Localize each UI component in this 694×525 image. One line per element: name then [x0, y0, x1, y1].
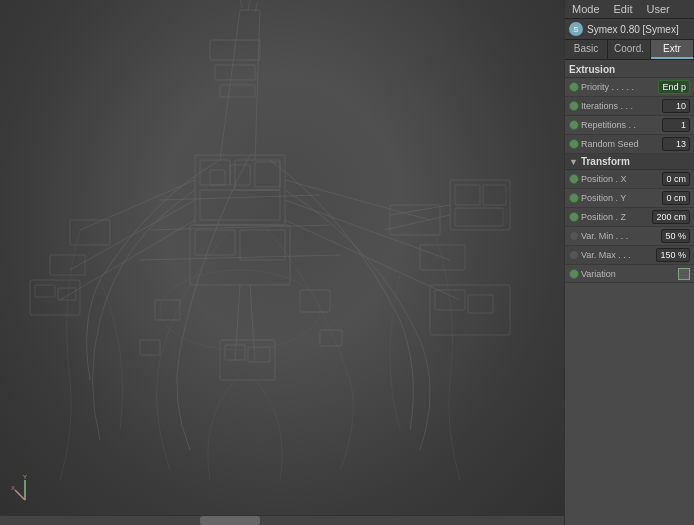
wireframe-overlay	[0, 0, 564, 525]
repetitions-value[interactable]: 1	[662, 118, 690, 132]
repetitions-dot[interactable]	[569, 120, 579, 130]
svg-rect-27	[390, 205, 440, 235]
random-seed-value[interactable]: 13	[662, 137, 690, 151]
var-max-value[interactable]: 150 %	[656, 248, 690, 262]
tab-extr[interactable]: Extr	[651, 40, 694, 59]
transform-header[interactable]: ▼ Transform	[565, 154, 694, 170]
svg-line-24	[285, 180, 430, 220]
menu-mode[interactable]: Mode	[569, 2, 603, 16]
svg-rect-13	[210, 170, 225, 185]
properties-scroll-area[interactable]: Extrusion Priority . . . . . End p Itera…	[565, 60, 694, 525]
right-panel: Mode Edit User S Symex 0.80 [Symex] Basi…	[564, 0, 694, 525]
menu-bar: Mode Edit User	[565, 0, 694, 19]
svg-line-48	[390, 205, 450, 215]
priority-value[interactable]: End p	[658, 80, 690, 94]
repetitions-row: Repetitions . . 1	[565, 116, 694, 135]
svg-rect-42	[140, 340, 160, 355]
svg-rect-4	[215, 65, 255, 80]
svg-line-7	[255, 2, 258, 12]
plugin-header: S Symex 0.80 [Symex]	[565, 19, 694, 40]
position-z-label: Position . Z	[581, 212, 650, 222]
random-seed-dot[interactable]	[569, 139, 579, 149]
iterations-label: Iterations . . .	[581, 101, 660, 111]
scrollbar-thumb[interactable]	[200, 516, 260, 525]
iterations-dot[interactable]	[569, 101, 579, 111]
svg-line-6	[248, 0, 250, 10]
svg-line-36	[250, 285, 255, 360]
variation-row: Variation	[565, 265, 694, 283]
svg-line-35	[235, 285, 240, 360]
svg-rect-47	[455, 208, 503, 226]
plugin-icon: S	[569, 22, 583, 36]
transform-arrow-icon: ▼	[569, 157, 578, 167]
position-x-dot[interactable]	[569, 174, 579, 184]
var-min-row: Var. Min . . . 50 %	[565, 227, 694, 246]
position-z-value[interactable]: 200 cm	[652, 210, 690, 224]
svg-rect-43	[320, 330, 342, 346]
extrusion-heading: Extrusion	[565, 60, 694, 78]
priority-label: Priority . . . . .	[581, 82, 656, 92]
position-y-dot[interactable]	[569, 193, 579, 203]
variation-dot[interactable]	[569, 269, 579, 279]
3d-viewport[interactable]: Y X	[0, 0, 564, 525]
svg-rect-34	[240, 230, 285, 260]
tab-bar: Basic Coord. Extr	[565, 40, 694, 60]
plugin-title: Symex 0.80 [Symex]	[587, 24, 690, 35]
svg-rect-33	[195, 230, 235, 255]
position-z-dot[interactable]	[569, 212, 579, 222]
svg-rect-31	[468, 295, 493, 313]
axis-indicator: Y X	[10, 475, 40, 505]
var-min-value[interactable]: 50 %	[661, 229, 690, 243]
random-seed-row: Random Seed 13	[565, 135, 694, 154]
svg-text:Y: Y	[23, 475, 27, 480]
repetitions-label: Repetitions . .	[581, 120, 660, 130]
svg-rect-41	[300, 290, 330, 312]
random-seed-label: Random Seed	[581, 139, 660, 149]
var-max-dot[interactable]	[569, 250, 579, 260]
position-x-row: Position . X 0 cm	[565, 170, 694, 189]
svg-rect-23	[58, 288, 76, 300]
svg-rect-12	[200, 190, 280, 220]
svg-rect-3	[210, 40, 260, 60]
var-min-label: Var. Min . . .	[581, 231, 659, 241]
svg-rect-20	[50, 255, 85, 275]
svg-rect-15	[255, 162, 280, 187]
tab-basic[interactable]: Basic	[565, 40, 608, 59]
position-y-label: Position . Y	[581, 193, 660, 203]
position-z-row: Position . Z 200 cm	[565, 208, 694, 227]
variation-label: Variation	[581, 269, 676, 279]
priority-dot[interactable]	[569, 82, 579, 92]
position-x-label: Position . X	[581, 174, 660, 184]
var-min-dot[interactable]	[569, 231, 579, 241]
variation-checkbox[interactable]	[678, 268, 690, 280]
svg-rect-11	[235, 160, 280, 190]
svg-line-56	[15, 490, 25, 500]
var-max-row: Var. Max . . . 150 %	[565, 246, 694, 265]
svg-line-53	[150, 225, 330, 230]
svg-point-51	[180, 282, 300, 338]
position-y-value[interactable]: 0 cm	[662, 191, 690, 205]
svg-rect-5	[220, 85, 255, 97]
priority-row: Priority . . . . . End p	[565, 78, 694, 97]
svg-rect-40	[155, 300, 180, 320]
position-x-value[interactable]: 0 cm	[662, 172, 690, 186]
menu-edit[interactable]: Edit	[611, 2, 636, 16]
svg-line-1	[255, 10, 260, 160]
svg-rect-46	[483, 185, 506, 205]
svg-rect-45	[455, 185, 480, 205]
viewport-scrollbar[interactable]	[0, 515, 564, 525]
tab-coord[interactable]: Coord.	[608, 40, 651, 59]
svg-rect-19	[70, 220, 110, 245]
svg-line-16	[80, 180, 195, 230]
position-y-row: Position . Y 0 cm	[565, 189, 694, 208]
menu-user[interactable]: User	[644, 2, 673, 16]
svg-text:X: X	[11, 485, 15, 491]
iterations-row: Iterations . . . 10	[565, 97, 694, 116]
transform-title: Transform	[581, 156, 630, 167]
var-max-label: Var. Max . . .	[581, 250, 654, 260]
svg-rect-22	[35, 285, 55, 297]
svg-line-8	[240, 0, 242, 8]
svg-rect-10	[200, 160, 230, 185]
svg-rect-39	[248, 347, 270, 362]
iterations-value[interactable]: 10	[662, 99, 690, 113]
